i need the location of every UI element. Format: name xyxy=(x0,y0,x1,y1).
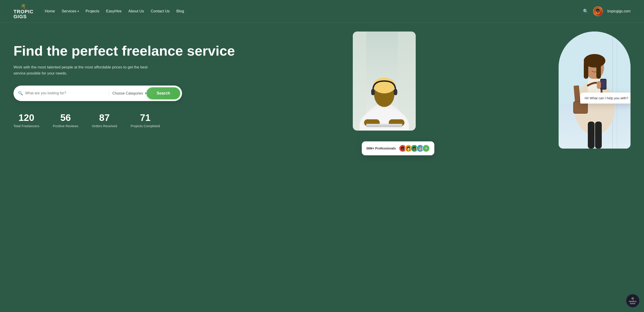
nav-link-projects[interactable]: Projects xyxy=(86,9,99,13)
avatar-add-icon[interactable]: + xyxy=(422,144,430,152)
footer-logo-text-bottom: GIGS xyxy=(630,302,636,304)
chat-bubble: Hi! What can I help you with? xyxy=(580,92,630,104)
nav-link-easyhire[interactable]: EasyHire xyxy=(106,9,122,13)
stats-section: 120 Total Freelancers 56 Positive Review… xyxy=(14,112,353,128)
avatar-image: 🧑🏿‍🦱 xyxy=(595,9,601,14)
footer-logo-badge[interactable]: 🌴 TROPIC GIGS xyxy=(626,294,640,307)
freelancer-image-1 xyxy=(353,32,416,130)
stat-orders: 87 Orders Received xyxy=(92,112,117,128)
footer-palm-icon: 🌴 xyxy=(631,297,635,300)
logo-text: TROPIC GIGS xyxy=(14,9,34,19)
professionals-card: 58M+ Professionals 🧑🏿 👩🏻 🧑🏾 👩🏼 + xyxy=(362,141,434,155)
hero-title: Find the perfect freelance service xyxy=(14,43,353,59)
svg-rect-11 xyxy=(366,125,402,127)
nav-link-contact[interactable]: Contact Us xyxy=(151,9,170,13)
svg-rect-29 xyxy=(588,121,594,148)
nav-item-projects[interactable]: Projects xyxy=(86,9,99,14)
nav-link-about[interactable]: About Us xyxy=(128,9,144,13)
chevron-down-icon: ▾ xyxy=(78,10,79,13)
stat-projects-number: 71 xyxy=(130,112,160,123)
nav-item-home[interactable]: Home xyxy=(45,9,55,14)
search-icon[interactable]: 🔍 xyxy=(583,9,588,14)
hero-images: Hi! What can I help you with? 58M+ Profe… xyxy=(353,32,630,162)
search-divider xyxy=(109,90,109,97)
svg-point-5 xyxy=(373,78,396,93)
stat-projects: 71 Projects Completed xyxy=(130,112,160,128)
stat-orders-label: Orders Received xyxy=(92,124,117,128)
svg-rect-25 xyxy=(574,102,587,113)
search-input[interactable] xyxy=(25,91,106,95)
svg-rect-20 xyxy=(596,61,601,79)
professionals-count: 58M+ Professionals xyxy=(366,146,396,150)
hero-subtitle: Work with the most talented people at th… xyxy=(14,64,153,76)
hero-content: Find the perfect freelance service Work … xyxy=(14,36,353,128)
nav-item-easyhire[interactable]: EasyHire xyxy=(106,9,122,14)
nav-item-services[interactable]: Services ▾ xyxy=(62,9,79,14)
hero-image-card-1 xyxy=(353,32,416,130)
navbar: 🌴 TROPIC GIGS Home Services ▾ Projects E… xyxy=(0,0,644,23)
dropdown-arrow-icon: ▾ xyxy=(145,91,146,95)
nav-item-blog[interactable]: Blog xyxy=(176,9,184,14)
nav-link-services[interactable]: Services ▾ xyxy=(62,9,79,14)
stat-freelancers-label: Total Freelancers xyxy=(14,124,39,128)
nav-link-blog[interactable]: Blog xyxy=(176,9,184,13)
navbar-left: 🌴 TROPIC GIGS Home Services ▾ Projects E… xyxy=(14,3,184,19)
site-url: tropicgigs.com xyxy=(607,9,630,13)
nav-item-contact[interactable]: Contact Us xyxy=(151,9,170,14)
stat-freelancers-number: 120 xyxy=(14,112,39,123)
category-select[interactable]: Choose Categories Design Development Mar… xyxy=(112,91,143,95)
footer-logo-text-top: TROPIC xyxy=(629,300,637,302)
nav-link-home[interactable]: Home xyxy=(45,9,55,13)
svg-rect-12 xyxy=(366,124,402,125)
search-bar-icon: 🔍 xyxy=(18,91,23,96)
stat-freelancers: 120 Total Freelancers xyxy=(14,112,39,128)
hero-image-card-2: Hi! What can I help you with? xyxy=(558,32,630,148)
stat-reviews-label: Positive Reviews xyxy=(53,124,78,128)
chat-bubble-text: Hi! What can I help you with? xyxy=(585,96,628,100)
navbar-right: 🔍 🧑🏿‍🦱 tropicgigs.com xyxy=(583,6,630,16)
svg-rect-28 xyxy=(597,81,601,89)
nav-item-about[interactable]: About Us xyxy=(128,9,144,14)
user-avatar[interactable]: 🧑🏿‍🦱 xyxy=(593,6,603,16)
stat-reviews-number: 56 xyxy=(53,112,78,123)
freelancer-image-2 xyxy=(558,32,630,148)
svg-rect-6 xyxy=(371,89,375,95)
category-wrapper: Choose Categories Design Development Mar… xyxy=(112,91,146,95)
hero-section: Find the perfect freelance service Work … xyxy=(0,23,644,312)
svg-rect-27 xyxy=(601,79,606,89)
search-button[interactable]: Search xyxy=(146,87,180,99)
svg-rect-30 xyxy=(595,121,602,148)
stat-projects-label: Projects Completed xyxy=(130,124,160,128)
avatar-stack: 🧑🏿 👩🏻 🧑🏾 👩🏼 + xyxy=(399,144,430,152)
logo-palm-icon: 🌴 xyxy=(21,3,26,9)
svg-rect-7 xyxy=(394,89,397,95)
stat-orders-number: 87 xyxy=(92,112,117,123)
svg-rect-19 xyxy=(584,61,588,79)
nav-links: Home Services ▾ Projects EasyHire About … xyxy=(45,9,184,14)
logo[interactable]: 🌴 TROPIC GIGS xyxy=(14,3,34,19)
search-bar: 🔍 Choose Categories Design Development M… xyxy=(14,86,182,101)
stat-reviews: 56 Positive Reviews xyxy=(53,112,78,128)
